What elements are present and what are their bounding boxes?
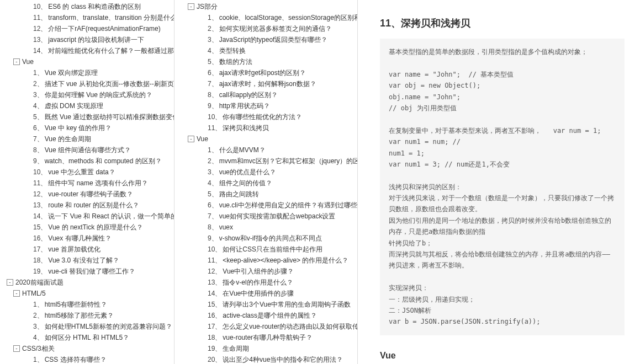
tree-item[interactable]: -Vue	[0, 56, 174, 67]
tree-item[interactable]: 9、v-show和v-if指令的共同点和不同点	[174, 233, 357, 244]
tree-item[interactable]: 14、说一下 Vue 和 React 的认识，做一个简单的对比	[0, 211, 174, 222]
tree-item[interactable]: -2020前端面试题	[0, 277, 174, 288]
item-label: mvvm和mvc区别？它和其它框架（jquery）的区别是什么？	[219, 156, 358, 166]
tree-item[interactable]: 2、如何实现浏览器多标签页之间的通信？	[174, 23, 357, 34]
tree-item[interactable]: 19、生命周期	[174, 343, 357, 354]
tree-item[interactable]: 11、组件中写 name 选项有什么作用？	[0, 178, 174, 189]
tree-item[interactable]: 9、watch、methods 和 computed 的区别？	[0, 156, 174, 167]
tree-item[interactable]: 2、html5移除了那些元素？	[0, 310, 174, 321]
tree-item[interactable]: 5、路由之间跳转	[174, 189, 357, 200]
tree-item[interactable]: 8、call和apply的区别？	[174, 89, 357, 100]
tree-item[interactable]: 15、Vue 的 nextTick 的原理是什么？	[0, 222, 174, 233]
tree-item[interactable]: 7、vue如何实现按需加载配合webpack设置	[174, 211, 357, 222]
tree-item[interactable]: 1、Vue 双向绑定原理	[0, 67, 174, 78]
item-label: vue-cli 替我们做了哪些工作？	[48, 266, 135, 276]
tree-item[interactable]: 3、如何处理HTML5新标签的浏览器兼容问题？	[0, 321, 174, 332]
tree-item[interactable]: 2、mvvm和mvc区别？它和其它框架（jquery）的区别是什么？	[174, 156, 357, 167]
toggle-icon[interactable]: -	[13, 345, 20, 352]
tree-item[interactable]: 13、指令v-el的作用是什么？	[174, 277, 357, 288]
tree-item[interactable]: 20、说出至少4种vue当中的指令和它的用法？	[174, 354, 357, 364]
tree-item[interactable]: 11、transform、translate、transition 分别是什么属…	[0, 12, 174, 23]
tree-item[interactable]: 11、<keep-alive></keep-alive> 的作用是什么？	[174, 255, 357, 266]
tree-item[interactable]: 13、route 和 router 的区别是什么？	[0, 200, 174, 211]
tree-item[interactable]: 7、Vue 的生命周期	[0, 133, 174, 144]
item-number: 7、	[33, 134, 44, 144]
tree-item[interactable]: 4、类型转换	[174, 45, 357, 56]
tree-item[interactable]: 8、Vue 组件间通信有哪些方式？	[0, 144, 174, 156]
item-label: ajax请求时get和post的区别？	[219, 68, 306, 78]
tree-item[interactable]: 17、怎么定义vue-router的动态路由以及如何获取传过来的动态	[174, 321, 357, 332]
tree-item[interactable]: 10、vue 中怎么重置 data？	[0, 167, 174, 178]
tree-item[interactable]: 18、vue-router有哪几种导航钩子？	[174, 332, 357, 343]
tree-item[interactable]: 1、CSS 选择符有哪些？	[0, 354, 174, 364]
tree-item[interactable]: 14、对前端性能优化有什么了解？一般都通过那几个方面去优化	[0, 45, 174, 56]
tree-item[interactable]: 11、深拷贝和浅拷贝	[174, 122, 357, 133]
tree-item[interactable]: 3、vue的优点是什么？	[174, 167, 357, 178]
toggle-icon[interactable]: -	[188, 136, 194, 142]
item-number: 6、	[208, 200, 218, 210]
item-number: 11、	[33, 13, 47, 23]
toggle-icon[interactable]: -	[13, 290, 20, 297]
item-number: 10、	[33, 2, 47, 12]
tree-item[interactable]: 17、vue 首屏加载优化	[0, 244, 174, 255]
tree-item[interactable]: 1、什么是MVVM？	[174, 144, 357, 156]
item-number: 1、	[208, 145, 218, 155]
tree-item[interactable]: 18、Vue 3.0 有没有过了解？	[0, 255, 174, 266]
tree-item[interactable]: 1、html5有哪些新特性？	[0, 299, 174, 310]
item-label: 介绍一下rAF(requestAnimationFrame)	[48, 24, 160, 34]
outline-panel-left[interactable]: 10、ES6 的 class 和构造函数的区别11、transform、tran…	[0, 0, 174, 364]
tree-item[interactable]: 6、ajax请求时get和post的区别？	[174, 67, 357, 78]
tree-item[interactable]: 5、数组的方法	[174, 56, 357, 67]
item-number: 11、	[33, 178, 47, 188]
tree-item[interactable]: -HTML/5	[0, 288, 174, 299]
item-label: Vue 的生命周期	[45, 134, 91, 144]
tree-item[interactable]: 4、如何区分 HTML 和 HTML5？	[0, 332, 174, 343]
item-number: 13、	[208, 277, 221, 287]
item-label: Vue	[197, 134, 208, 144]
tree-item[interactable]: -JS部分	[174, 1, 357, 12]
item-label: Vuex 有哪几种属性？	[48, 233, 111, 243]
tree-item[interactable]: 8、vuex	[174, 222, 357, 233]
tree-item[interactable]: -Vue	[174, 133, 357, 144]
tree-item[interactable]: 9、http常用状态码？	[174, 100, 357, 111]
tree-item[interactable]: 3、JavaScript的typeof返回类型有哪些？	[174, 34, 357, 45]
tree-item[interactable]: 6、Vue 中 key 值的作用？	[0, 122, 174, 133]
item-label: 什么是MVVM？	[219, 145, 266, 155]
tree-item[interactable]: 10、如何让CSS只在当前组件中起作用	[174, 244, 357, 255]
tree-item[interactable]: 16、Vuex 有哪几种属性？	[0, 233, 174, 244]
tree-item[interactable]: 14、在Vue中使用插件的步骤	[174, 288, 357, 299]
tree-item[interactable]: 7、ajax请求时，如何解释json数据？	[174, 78, 357, 89]
tree-item[interactable]: -CSS/3相关	[0, 343, 174, 354]
tree-item[interactable]: 2、描述下 vue 从初始化页面--修改数据--刷新页面 UI 的过程？	[0, 78, 174, 89]
tree-item[interactable]: 15、请列举出3个Vue中常用的生命周期钩子函数	[174, 299, 357, 310]
item-label: 数组的方法	[219, 57, 252, 67]
item-label: 指令v-el的作用是什么？	[223, 277, 293, 287]
tree-item[interactable]: 4、虚拟 DOM 实现原理	[0, 100, 174, 111]
tree-item[interactable]: 4、组件之间的传值？	[174, 178, 357, 189]
tree-item[interactable]: 16、active-class是哪个组件的属性？	[174, 310, 357, 321]
tree-item[interactable]: 12、vue-router 有哪些钩子函数？	[0, 189, 174, 200]
item-number: 14、	[33, 46, 47, 56]
tree-item[interactable]: 10、你有哪些性能优化的方法？	[174, 111, 357, 122]
tree-item[interactable]: 19、vue-cli 替我们做了哪些工作？	[0, 266, 174, 277]
tree-item[interactable]: 3、你是如何理解 Vue 的响应式系统的？	[0, 89, 174, 100]
tree-item[interactable]: 13、javascript 的垃圾回收机制讲一下	[0, 34, 174, 45]
item-number: 16、	[33, 233, 47, 243]
tree-item[interactable]: 5、既然 Vue 通过数据劫持可以精准探测数据变化,为什么还需要	[0, 111, 174, 122]
toggle-icon[interactable]: -	[7, 279, 13, 286]
code-block-1: 基本类型指的是简单的数据段，引用类型指的是多个值构成的对象； var name …	[380, 39, 625, 335]
tree-item[interactable]: 10、ES6 的 class 和构造函数的区别	[0, 1, 174, 12]
item-label: CSS 选择符有哪些？	[45, 355, 107, 364]
outline-panel-mid[interactable]: -JS部分1、cookie、localStorage、sessionStorag…	[174, 0, 358, 364]
item-label: 对前端性能优化有什么了解？一般都通过那几个方面去优化	[48, 46, 174, 56]
tree-item[interactable]: 1、cookie、localStorage、sessionStorage的区别和…	[174, 12, 357, 23]
item-number: 2、	[208, 156, 218, 166]
toggle-icon[interactable]: -	[188, 3, 194, 10]
tree-item[interactable]: 6、vue.cli中怎样使用自定义的组件？有遇到过哪些问题吗？	[174, 200, 357, 211]
tree-item[interactable]: 12、介绍一下rAF(requestAnimationFrame)	[0, 23, 174, 34]
item-number: 3、	[208, 35, 218, 45]
toggle-icon[interactable]: -	[13, 58, 20, 65]
item-label: html5有哪些新特性？	[45, 299, 107, 309]
tree-item[interactable]: 12、Vue中引入组件的步骤？	[174, 266, 357, 277]
item-label: JS部分	[197, 2, 218, 12]
